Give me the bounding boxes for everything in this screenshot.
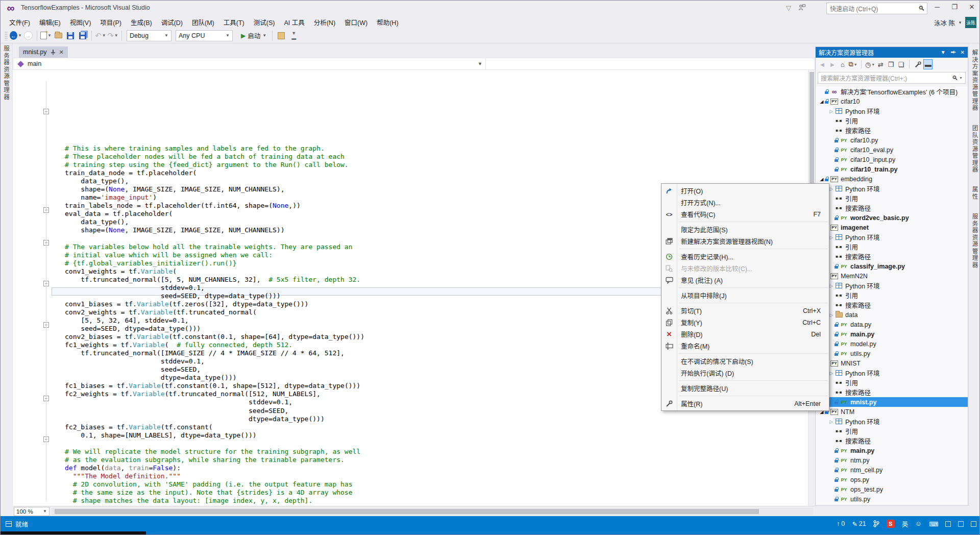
tree-item-data.py[interactable]: PYdata.py (816, 320, 968, 329)
tree-item-搜索路径[interactable]: ■-■搜索路径 (816, 203, 968, 213)
tree-item-Python 环境[interactable]: ▷Python 环境 (816, 417, 968, 426)
tree-item-embedding[interactable]: ◢PYembedding (816, 174, 968, 184)
undo-button[interactable]: ↶▼ (94, 30, 107, 42)
sync-with-active-document-button[interactable]: ⇄ (876, 59, 885, 69)
tree-item-Python 环境[interactable]: ▷Python 环境 (816, 106, 968, 116)
start-debugging-button[interactable]: ▶ 启动▼ (238, 30, 270, 41)
keyboard-icon[interactable]: ⌨ (929, 520, 938, 528)
tree-item-Python 环境[interactable]: ▷Python 环境 (816, 184, 968, 193)
new-view-button[interactable]: ⧉▼ (848, 59, 857, 69)
menu-项目(P)[interactable]: 项目(P) (95, 16, 126, 29)
right-tab-属性[interactable]: 属性 (969, 184, 980, 202)
window-position-chevron-icon[interactable]: ▼ (941, 50, 946, 55)
close-panel-icon[interactable]: ✕ (961, 50, 965, 55)
new-file-button[interactable]: ✦▼ (40, 30, 52, 42)
tree-item-word2vec_basic.py[interactable]: PYword2vec_basic.py (816, 213, 968, 223)
context-menu-item-复制完整路径(U)[interactable]: 复制完整路径(U) (662, 382, 829, 394)
pending-edits-status[interactable]: ✎ 21 (852, 520, 866, 528)
tree-item-搜索路径[interactable]: ■-■搜索路径 (816, 252, 968, 261)
tree-item-mnist.py[interactable]: PYmnist.py (816, 397, 968, 407)
open-file-button[interactable] (52, 30, 64, 42)
context-menu-item-打开方式(N)...[interactable]: 打开方式(N)... (662, 197, 829, 208)
avatar[interactable]: 泳陈 (965, 17, 976, 28)
menu-视图(V)[interactable]: 视图(V) (65, 16, 96, 29)
left-tab-服务器资源管理器[interactable]: 服务器资源管理器 (1, 43, 12, 103)
feedback-icon[interactable]: ▽ (783, 4, 794, 13)
tree-item-MNIST[interactable]: ◢PYMNIST (816, 358, 968, 368)
right-tab-团队资源管理器[interactable]: 团队资源管理器 (969, 123, 980, 176)
menu-工具(T)[interactable]: 工具(T) (219, 16, 249, 29)
solution-platform-dropdown[interactable]: Any CPU▼ (176, 30, 233, 41)
search-chevron-icon[interactable]: ▼ (959, 76, 963, 80)
tree-item-cifar10_input.py[interactable]: PYcifar10_input.py (816, 155, 968, 164)
menu-测试(S)[interactable]: 测试(S) (249, 16, 280, 29)
tree-item-搜索路径[interactable]: ■-■搜索路径 (816, 300, 968, 310)
tree-item-model.py[interactable]: PYmodel.py (816, 339, 968, 349)
tree-item-Python 环境[interactable]: ▷Python 环境 (816, 281, 968, 290)
tree-item-引用[interactable]: ■-■引用 (816, 193, 968, 203)
context-menu-item-打开(O)[interactable]: 打开(O) (662, 185, 829, 197)
speaker-tray-icon[interactable] (958, 521, 964, 527)
menu-窗口(W)[interactable]: 窗口(W) (340, 16, 372, 29)
solution-configuration-dropdown[interactable]: Debug▼ (127, 30, 172, 41)
context-menu-item-在不调试的情况下启动(S)[interactable]: 在不调试的情况下启动(S) (662, 355, 829, 367)
tab-mnist-py[interactable]: mnist.py ✕ (19, 46, 68, 58)
title-bar[interactable]: ∞ TensorflowExamples - Microsoft Visual … (1, 1, 980, 16)
tree-item-MemN2N[interactable]: PYMemN2N (816, 271, 968, 281)
code-text[interactable]: # This is where training samples and lab… (65, 144, 364, 506)
collapsed-arrow-icon[interactable]: ▷ (828, 109, 835, 114)
tree-item-classify_image.py[interactable]: PYclassify_image.py (816, 261, 968, 271)
forward-button[interactable]: ► (828, 59, 837, 69)
solution-explorer-search-input[interactable]: 搜索解决方案资源管理器(Ctrl+;) 🔍︎ ▼ (818, 72, 966, 84)
menu-分析(N)[interactable]: 分析(N) (309, 16, 340, 29)
right-tab-服务器资源管理器[interactable]: 服务器资源管理器 (969, 211, 980, 271)
menu-文件(F)[interactable]: 文件(F) (5, 16, 35, 29)
branch-icon[interactable] (873, 520, 879, 527)
save-all-button[interactable] (77, 30, 89, 42)
tree-item-imagenet[interactable]: PYimagenet (816, 223, 968, 232)
toolbar-overflow-button[interactable]: ▼▬ (287, 30, 300, 42)
context-menu-item-属性(R)[interactable]: 属性(R)Alt+Enter (662, 398, 829, 409)
tree-item-搜索路径[interactable]: ■-■搜索路径 (816, 126, 968, 135)
navigate-forward-button[interactable]: → (22, 30, 34, 42)
context-menu-item-复制(Y)[interactable]: 复制(Y)Ctrl+C (662, 317, 829, 328)
tree-item-Python 环境[interactable]: ▷Python 环境 (816, 232, 968, 242)
redo-button[interactable]: ↷▼ (107, 30, 119, 42)
menu-调试(D)[interactable]: 调试(D) (157, 16, 187, 29)
toolbar-grip[interactable] (5, 31, 8, 40)
scrollbar-thumb[interactable] (55, 509, 759, 514)
intellitrace-button[interactable] (275, 30, 287, 42)
tree-item-ops.py[interactable]: PYops.py (816, 475, 968, 484)
context-menu-item-查看代码(C)[interactable]: <>查看代码(C)F7 (662, 208, 829, 220)
pending-changes-filter-button[interactable]: ◷▼ (865, 59, 875, 69)
home-button[interactable]: ⌂ (838, 59, 847, 69)
collapsed-arrow-icon[interactable]: ▷ (828, 419, 835, 424)
menu-AI 工具[interactable]: AI 工具 (279, 16, 309, 29)
tree-item-cifar10_train.py[interactable]: PYcifar10_train.py (816, 164, 968, 174)
tree-item-引用[interactable]: ■-■引用 (816, 378, 968, 387)
send-a-smile-icon[interactable] (798, 4, 808, 13)
tree-item-引用[interactable]: ■-■引用 (816, 242, 968, 252)
context-menu-item-删除(D)[interactable]: ×删除(D)Del (662, 328, 829, 340)
right-tab-解决方案资源管理器[interactable]: 解决方案资源管理器 (969, 47, 980, 114)
context-menu-item-查看历史记录(H)...[interactable]: 查看历史记录(H)... (662, 251, 829, 262)
tree-item-cifar10[interactable]: ◢PYcifar10 (816, 96, 968, 106)
tree-item-ntm.py[interactable]: PYntm.py (816, 455, 968, 465)
tree-item-data[interactable]: ▷data (816, 310, 968, 320)
menu-团队(M)[interactable]: 团队(M) (187, 16, 219, 29)
tree-item-引用[interactable]: ■-■引用 (816, 426, 968, 436)
expanded-arrow-icon[interactable]: ◢ (819, 99, 825, 104)
menu-编辑(E)[interactable]: 编辑(E) (35, 16, 65, 29)
menu-帮助(H)[interactable]: 帮助(H) (372, 16, 403, 29)
fold-gutter[interactable]: −−−−−−− (43, 70, 52, 506)
user-account-area[interactable]: 泳冰 陈 ▼ 泳陈 (934, 16, 976, 29)
emoji-icon[interactable]: ☺ (915, 520, 922, 527)
editor-horizontal-scrollbar[interactable] (52, 508, 813, 515)
tree-item-ops_test.py[interactable]: PYops_test.py (816, 484, 968, 494)
tree-item-main.py[interactable]: PYmain.py (816, 446, 968, 455)
context-menu-item-限定为此范围(S)[interactable]: 限定为此范围(S) (662, 224, 829, 235)
tree-item-cifar10.py[interactable]: PYcifar10.py (816, 135, 968, 145)
solution-explorer-header[interactable]: 解决方案资源管理器 ▼ ✕ (816, 47, 968, 58)
tree-item-引用[interactable]: ■-■引用 (816, 290, 968, 300)
auto-hide-pin-icon[interactable] (950, 50, 956, 55)
